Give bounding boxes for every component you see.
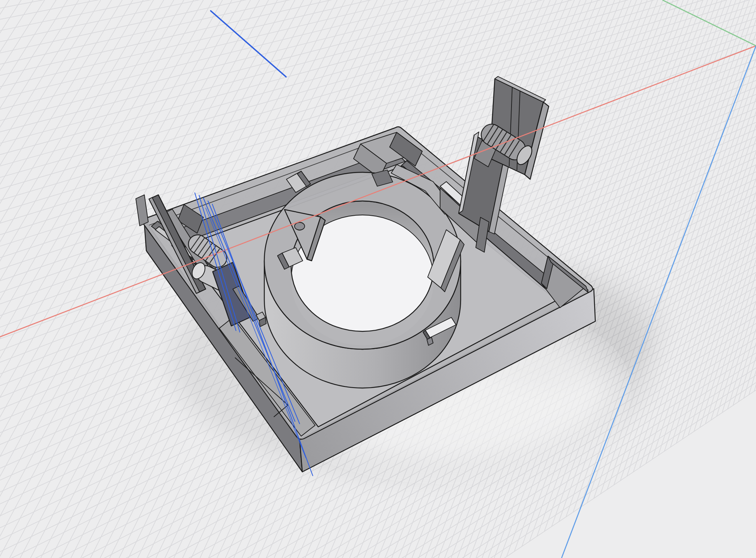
cad-canvas[interactable]: [0, 0, 756, 558]
3d-viewport[interactable]: [0, 0, 756, 558]
center-ring[interactable]: [264, 165, 464, 388]
